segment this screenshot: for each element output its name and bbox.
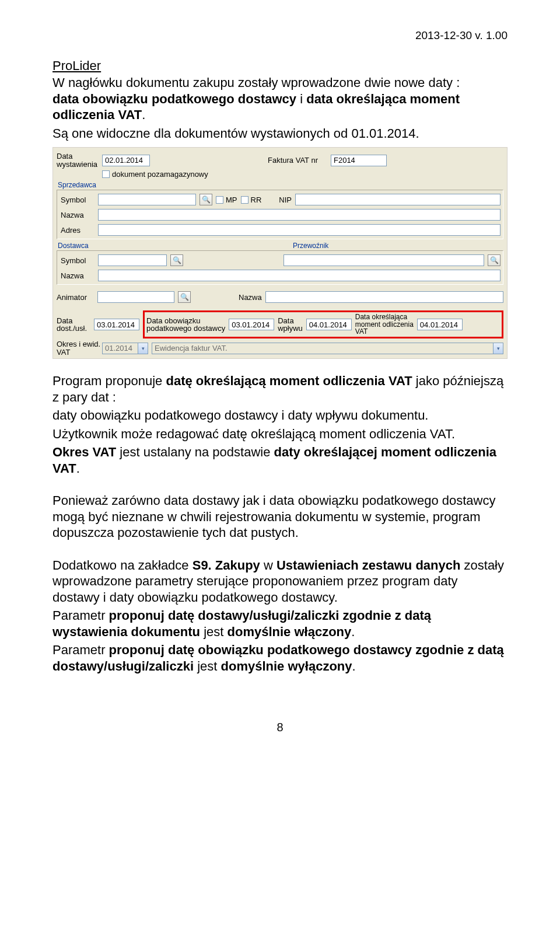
text: daty obowiązku podatkowego dostawcy i da…: [52, 408, 428, 423]
label-data-okreslajaca: Data określającamoment odliczeniaVAT: [355, 313, 414, 336]
field-ewidencja[interactable]: Ewidencja faktur VAT.: [152, 343, 494, 354]
field-sprzedawca-adres[interactable]: [98, 224, 501, 236]
text: Program proponuje: [52, 373, 166, 388]
text-bold: Ustawieniach zestawu danych: [276, 558, 460, 573]
section-title: ProLider: [52, 58, 508, 74]
search-icon: 🔍: [202, 196, 211, 204]
highlighted-dates-box: Data obowiązkupodatkowego dostawcy 03.01…: [143, 310, 503, 338]
checkbox-rr[interactable]: RR: [241, 196, 262, 204]
label-nazwa: Nazwa: [61, 211, 94, 219]
search-icon: 🔍: [490, 256, 499, 264]
text-bold: datę określającą moment odliczenia VAT: [166, 373, 412, 388]
field-sprzedawca-symbol[interactable]: [98, 194, 196, 205]
label-symbol: Symbol: [61, 196, 94, 204]
text: Parametr: [52, 643, 109, 657]
checkbox-icon: [216, 196, 223, 204]
text: jest ustalany na podstawie: [116, 445, 274, 459]
text: .: [352, 659, 356, 673]
text: Użytkownik może redagować datę określają…: [52, 427, 455, 441]
form-screenshot: Datawystawienia 02.01.2014 Faktura VAT n…: [52, 147, 508, 359]
label-data-dost: Datadost./usł.: [57, 317, 90, 333]
group-przewoznik: Przewoźnik: [292, 242, 503, 250]
page-number: 8: [52, 721, 508, 734]
text-bold: Okres VAT: [52, 445, 116, 459]
field-animator-nazwa[interactable]: [265, 291, 503, 303]
paragraph: Ponieważ zarówno data dostawy jak i data…: [52, 493, 508, 541]
search-icon: 🔍: [180, 293, 189, 301]
field-okres[interactable]: 01.2014: [102, 343, 138, 354]
label-data-obowiazku: Data obowiązkupodatkowego dostawcy: [146, 317, 225, 333]
field-data-okreslajaca[interactable]: 04.01.2014: [417, 319, 463, 330]
label-adres: Adres: [61, 226, 94, 235]
field-data-dost[interactable]: 03.01.2014: [94, 319, 139, 330]
intro-paragraph: W nagłówku dokumentu zakupu zostały wpro…: [52, 75, 508, 141]
text: Dodatkowo na zakładce: [52, 558, 192, 573]
text: Parametr: [52, 608, 109, 623]
text-bold: domyślnie włączony: [228, 624, 352, 639]
text: i: [296, 92, 306, 106]
label-data-wystawienia: Datawystawienia: [57, 152, 99, 168]
field-dostawca-symbol[interactable]: [98, 254, 167, 266]
label-nazwa: Nazwa: [239, 293, 262, 302]
text: jest: [200, 624, 227, 639]
label-data-wplywu: Datawpływu: [278, 317, 303, 333]
search-button[interactable]: 🔍: [488, 254, 501, 266]
label-faktura-vat-nr: Faktura VAT nr: [268, 156, 318, 165]
label-okres-ewid: Okres i ewid.VAT: [57, 340, 99, 356]
checkbox-icon: [102, 170, 110, 178]
group-dostawca: Dostawca: [57, 242, 268, 250]
field-sprzedawca-nazwa[interactable]: [98, 209, 501, 221]
field-dostawca-nazwa[interactable]: [98, 270, 501, 281]
group-sprzedawca: Sprzedawca: [57, 181, 503, 189]
document-page: 2013-12-30 v. 1.00 ProLider W nagłówku d…: [0, 0, 560, 758]
text: w: [260, 558, 276, 573]
text: .: [76, 461, 80, 476]
field-animator[interactable]: [97, 291, 174, 303]
text: Ponieważ zarówno data dostawy jak i data…: [52, 493, 495, 540]
text-bold: S9. Zakupy: [192, 558, 260, 573]
text: Są one widoczne dla dokumentów wystawion…: [52, 126, 419, 141]
text: .: [351, 624, 355, 639]
field-data-obowiazku[interactable]: 03.01.2014: [229, 319, 274, 330]
search-button[interactable]: 🔍: [200, 194, 212, 205]
field-data-wystawienia[interactable]: 02.01.2014: [102, 155, 150, 166]
search-icon: 🔍: [173, 256, 181, 264]
field-przewoznik-symbol[interactable]: [284, 254, 484, 266]
search-button[interactable]: 🔍: [178, 291, 191, 303]
checkbox-dokument-pozamagazynowy[interactable]: dokument pozamagazynowy: [102, 170, 208, 179]
chevron-down-icon[interactable]: ▾: [138, 343, 148, 354]
field-data-wplywu[interactable]: 04.01.2014: [306, 319, 352, 330]
field-faktura-nr[interactable]: F2014: [331, 155, 387, 166]
paragraph: Dodatkowo na zakładce S9. Zakupy w Ustaw…: [52, 557, 508, 675]
text: jest: [194, 659, 220, 673]
checkbox-icon: [241, 196, 249, 204]
chevron-down-icon[interactable]: ▾: [494, 343, 503, 354]
text-bold: data obowiązku podatkowego dostawcy: [52, 92, 296, 106]
label-animator: Animator: [57, 293, 94, 302]
paragraph: Program proponuje datę określającą momen…: [52, 373, 508, 476]
label-nip: NIP: [279, 196, 292, 204]
search-button[interactable]: 🔍: [170, 254, 183, 266]
text: .: [142, 107, 145, 122]
text: W nagłówku dokumentu zakupu zostały wpro…: [52, 75, 460, 90]
checkbox-label: MP: [226, 196, 237, 204]
checkbox-label: dokument pozamagazynowy: [112, 170, 208, 179]
checkbox-label: RR: [251, 196, 262, 204]
label-symbol: Symbol: [61, 256, 94, 265]
text-bold: domyślnie wyłączony: [221, 659, 352, 673]
header-version-date: 2013-12-30 v. 1.00: [52, 29, 508, 42]
field-nip[interactable]: [295, 194, 501, 205]
checkbox-mp[interactable]: MP: [216, 196, 237, 204]
label-nazwa: Nazwa: [61, 271, 94, 280]
